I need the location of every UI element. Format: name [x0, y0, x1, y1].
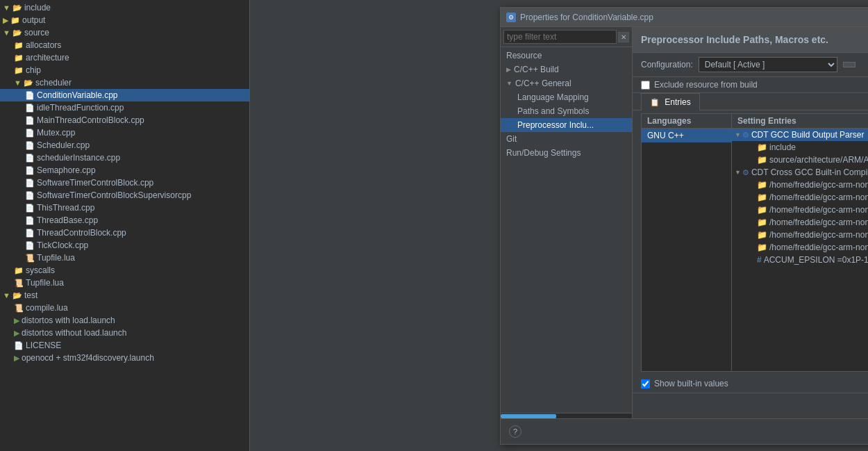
tree-item-source[interactable]: ▼ 📂source [0, 26, 249, 39]
nav-item-cpp-build[interactable]: ▶ C/C++ Build [501, 63, 632, 76]
nav-item-resource[interactable]: Resource [501, 49, 632, 63]
config-select[interactable]: Default [ Active ] [699, 57, 837, 72]
cdt-gcc-arrow: ▼ [735, 131, 741, 138]
cpp-file-icon: 📄 [25, 116, 35, 125]
tree-item-ConditionVariable.cpp[interactable]: 📄ConditionVariable.cpp [0, 89, 249, 101]
tree-item-ThreadBase.cpp[interactable]: 📄ThreadBase.cpp [0, 214, 249, 227]
tree-item-label: Semaphore.cpp [37, 165, 96, 175]
launch-file-icon: ▶ [14, 316, 19, 325]
show-builtin-label: Show built-in values [654, 379, 728, 388]
nav-item-language-mapping[interactable]: Language Mapping [501, 90, 632, 104]
setting-item-path5[interactable]: 📁 /home/freddie/gcc-arm-none-eabi-4_8-14… [732, 229, 868, 241]
tree-item-label: compile.lua [26, 303, 68, 313]
tree-item-SoftwareTimerControlBlock.cpp[interactable]: 📄SoftwareTimerControlBlock.cpp [0, 177, 249, 189]
exclude-label: Exclude resource from build [654, 80, 758, 90]
tree-item-architecture[interactable]: 📁architecture [0, 51, 249, 64]
tree-item-distortos-without-load.launch[interactable]: ▶distortos without load.launch [0, 327, 249, 339]
tree-item-compile.lua[interactable]: 📜compile.lua [0, 302, 249, 314]
manage-configurations-button[interactable] [843, 62, 856, 67]
setting-item-path2[interactable]: 📁 /home/freddie/gcc-arm-none-eabi-4_8-14… [732, 191, 868, 204]
cpp-file-icon: 📄 [25, 241, 35, 250]
entries-tab-icon: 📋 [650, 98, 660, 106]
tree-item-Semaphore.cpp[interactable]: 📄Semaphore.cpp [0, 164, 249, 177]
path1-icon: 📁 [757, 180, 767, 190]
tree-item-Tupfile.lua-sched[interactable]: 📜Tupfile.lua [0, 252, 249, 264]
dialog-footer: ? OK Cancel [501, 418, 868, 444]
tree-item-ThisThread.cpp[interactable]: 📄ThisThread.cpp [0, 202, 249, 214]
cpp-file-icon: 📄 [25, 154, 35, 163]
tree-item-ThreadControlBlock.cpp[interactable]: 📄ThreadControlBlock.cpp [0, 227, 249, 239]
tree-item-chip[interactable]: 📁chip [0, 64, 249, 76]
tree-item-SoftwareTimerControlBlockSupervisor.cpp[interactable]: 📄SoftwareTimerControlBlockSupervisorcpp [0, 189, 249, 202]
tree-item-Scheduler.cpp[interactable]: 📄Scheduler.cpp [0, 139, 249, 151]
cpp-file-icon: 📄 [25, 216, 35, 225]
show-builtin-checkbox[interactable] [641, 379, 650, 388]
entries-area: Languages Setting Entries GNU C++ [633, 110, 868, 375]
tab-entries[interactable]: 📋 Entries [641, 93, 700, 110]
filter-input[interactable] [503, 30, 617, 44]
languages-header: Languages [642, 114, 732, 128]
tree-item-Tupfile.lua-source[interactable]: 📜Tupfile.lua [0, 277, 249, 289]
folder-icon: 📁 [14, 266, 24, 275]
help-button[interactable]: ? [509, 425, 521, 438]
tree-item-TickClock.cpp[interactable]: 📄TickClock.cpp [0, 239, 249, 252]
entries-body: GNU C++ ▼ ⚙ CDT GCC Build Output Parser [642, 129, 868, 371]
path5-icon: 📁 [757, 230, 767, 240]
file-icon: 📄 [14, 341, 24, 350]
expand-arrow: ▶ [506, 66, 511, 73]
tree-item-include[interactable]: ▼ 📂include [0, 1, 249, 14]
exclude-checkbox[interactable] [641, 81, 650, 90]
path2-icon: 📁 [757, 192, 767, 202]
tree-item-syscalls[interactable]: 📁syscalls [0, 264, 249, 277]
tree-item-distortos-with-load.launch[interactable]: ▶distortos with load.launch [0, 314, 249, 327]
nav-item-cpp-general[interactable]: ▼ C/C++ General [501, 76, 632, 90]
tree-item-LICENSE[interactable]: 📄LICENSE [0, 339, 249, 352]
setting-group-cdt-cross[interactable]: ▼ ⚙ CDT Cross GCC Built-in Compiler Sett… [732, 166, 868, 179]
tree-item-label: SoftwareTimerControlBlock.cpp [37, 178, 153, 188]
tree-item-allocators[interactable]: 📁allocators [0, 39, 249, 51]
tree-item-label: MainThreadControlBlock.cpp [37, 115, 144, 125]
nav-scrollbar[interactable] [501, 413, 632, 418]
tree-item-label: distortos with load.launch [22, 315, 115, 325]
filter-clear-button[interactable]: ✕ [618, 32, 629, 42]
cpp-file-icon: 📄 [25, 229, 35, 238]
path3-icon: 📁 [757, 205, 767, 215]
tree-item-idleThreadFunction.cpp[interactable]: 📄idleThreadFunction.cpp [0, 101, 249, 114]
lang-item-gnu-cpp[interactable]: GNU C++ [642, 129, 731, 142]
nav-tree: Resource ▶ C/C++ Build ▼ C/C++ General L… [501, 47, 632, 413]
tree-item-schedulerInstance.cpp[interactable]: 📄schedulerInstance.cpp [0, 151, 249, 164]
cpp-file-icon: 📄 [25, 191, 35, 200]
nav-item-paths-symbols[interactable]: Paths and Symbols [501, 104, 632, 118]
exclude-row: Exclude resource from build [633, 77, 868, 93]
setting-item-accum[interactable]: # ACCUM_EPSILON =0x1P-15K [732, 254, 868, 266]
nav-item-run-debug[interactable]: Run/Debug Settings [501, 146, 632, 160]
setting-item-include[interactable]: 📁 include [732, 141, 868, 154]
bottom-action-buttons: Restore Defaults Apply [633, 393, 868, 418]
tree-item-output[interactable]: ▶ 📁output [0, 14, 249, 26]
tree-item-Mutex.cpp[interactable]: 📄Mutex.cpp [0, 126, 249, 139]
expand-arrow: ▼ [506, 80, 512, 87]
config-label: Configuration: [641, 60, 693, 69]
nav-item-git[interactable]: Git [501, 132, 632, 146]
cdt-cross-arrow: ▼ [735, 169, 741, 176]
dialog-titlebar: ⚙ Properties for ConditionVariable.cpp ─… [501, 8, 868, 27]
tree-item-label: TickClock.cpp [37, 240, 88, 250]
setting-item-path6[interactable]: 📁 /home/freddie/gcc-arm-none-eabi-4_8-14… [732, 241, 868, 254]
tree-item-label: ThisThread.cpp [37, 203, 94, 213]
tree-item-label: architecture [26, 53, 69, 63]
include-icon: 📁 [757, 142, 767, 152]
setting-item-path3[interactable]: 📁 /home/freddie/gcc-arm-none-eabi-4_8-14… [732, 204, 868, 216]
nav-item-preprocessor[interactable]: Preprocessor Inclu... [501, 118, 632, 132]
setting-item-path1[interactable]: 📁 /home/freddie/gcc-arm-none-eabi-4_8-14… [732, 179, 868, 191]
path6-icon: 📁 [757, 243, 767, 252]
dialog-body: ✕ Resource ▶ C/C++ Build ▼ C/C++ General… [501, 27, 868, 418]
tree-item-openocd[interactable]: ▶openocd + stm32f4discovery.launch [0, 352, 249, 364]
tree-item-label: test [24, 290, 37, 300]
tree-item-MainThreadControlBlock.cpp[interactable]: 📄MainThreadControlBlock.cpp [0, 114, 249, 126]
setting-item-source-arch[interactable]: 📁 source/architecture/ARM/ARMv7-M/includ… [732, 154, 868, 166]
tree-item-scheduler[interactable]: ▼ 📂scheduler [0, 76, 249, 89]
setting-item-path4[interactable]: 📁 /home/freddie/gcc-arm-none-eabi-4_8-14… [732, 216, 868, 229]
setting-group-cdt-gcc[interactable]: ▼ ⚙ CDT GCC Build Output Parser [732, 129, 868, 141]
cpp-file-icon: 📄 [25, 129, 35, 138]
tree-item-test[interactable]: ▼ 📂test [0, 289, 249, 302]
